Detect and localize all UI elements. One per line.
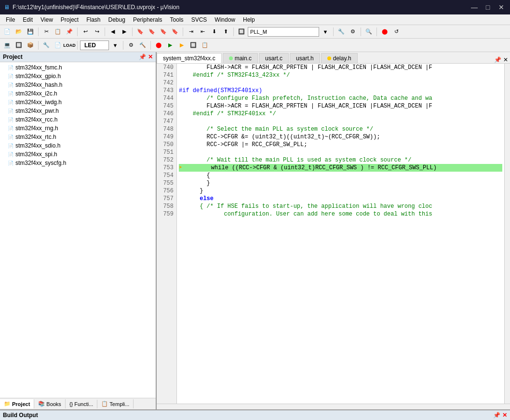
project-file-item[interactable]: 📄stm32f4xx_rtc.h xyxy=(0,133,156,141)
line-number: 754 xyxy=(160,172,174,179)
project-tab-books[interactable]: 📚Books xyxy=(34,399,66,408)
code-line: /* Select the main PLL as system clock s… xyxy=(179,125,502,133)
tool1-button[interactable]: 🔧 xyxy=(336,27,347,37)
tb2-dropdown[interactable]: ▼ xyxy=(110,40,121,51)
code-line: ➤ while ((RCC->CFGR & (uint32_t)RCC_CFGR… xyxy=(179,164,502,172)
build-close-button[interactable]: ✕ xyxy=(502,412,507,419)
nav-back-button[interactable]: ◀ xyxy=(107,27,118,37)
line-numbers: 7407417427437447457467477487497507517527… xyxy=(157,64,177,404)
build-pin-icon[interactable]: 📌 xyxy=(493,412,500,419)
bookmark-button[interactable]: 🔖 xyxy=(135,27,146,37)
save-button[interactable]: 💾 xyxy=(25,27,36,37)
pll-combo[interactable] xyxy=(248,27,319,37)
indent2-button[interactable]: ⇤ xyxy=(197,27,208,37)
tb2-4[interactable]: 🔧 xyxy=(41,40,52,51)
tb2-7[interactable]: 🔨 xyxy=(137,40,148,51)
menu-item-tools[interactable]: Tools xyxy=(166,15,188,24)
line-number: 753 xyxy=(160,164,174,172)
new-file-button[interactable]: 📄 xyxy=(2,27,13,37)
menu-item-window[interactable]: Window xyxy=(211,15,239,24)
editor-scrollbar[interactable] xyxy=(504,64,510,404)
tb2-11[interactable]: 📋 xyxy=(200,40,210,51)
project-file-item[interactable]: 📄stm32f4xx_gpio.h xyxy=(0,72,156,81)
editor-tab-delay-h[interactable]: delay.h xyxy=(321,53,358,63)
tb2-5[interactable]: 📄 xyxy=(53,40,63,51)
bookmark2-button[interactable]: 🔖 xyxy=(147,27,157,37)
tb2-8[interactable]: ⬤ xyxy=(153,40,164,51)
bookmark3-button[interactable]: 🔖 xyxy=(158,27,169,37)
code-line xyxy=(179,149,502,156)
bookmark4-button[interactable]: 🔖 xyxy=(170,27,180,37)
menu-item-debug[interactable]: Debug xyxy=(105,15,129,24)
paste-button[interactable]: 📌 xyxy=(64,27,75,37)
project-name-label: LED xyxy=(80,41,109,50)
code-line xyxy=(179,79,502,87)
menu-item-view[interactable]: View xyxy=(37,15,57,24)
maximize-button[interactable]: □ xyxy=(483,2,493,12)
cut-button[interactable]: ✂ xyxy=(41,27,52,37)
tb2-6[interactable]: ⚙ xyxy=(126,40,136,51)
menu-item-flash[interactable]: Flash xyxy=(82,15,104,24)
project-file-item[interactable]: 📄stm32f4xx_i2c.h xyxy=(0,89,156,98)
menu-item-svcs[interactable]: SVCS xyxy=(188,15,211,24)
redo-button[interactable]: ↪ xyxy=(92,27,102,37)
open-button[interactable]: 📂 xyxy=(13,27,24,37)
reload-button[interactable]: ↺ xyxy=(391,27,402,37)
separator-6 xyxy=(233,27,234,36)
indent3-button[interactable]: ⬇ xyxy=(209,27,219,37)
file-icon: 📄 xyxy=(8,135,13,140)
dropdown-arrow[interactable]: ▼ xyxy=(320,27,331,37)
project-tab-functi[interactable]: {}Functi... xyxy=(66,400,97,408)
project-file-item[interactable]: 📄stm32f4xx_iwdg.h xyxy=(0,98,156,107)
indent4-button[interactable]: ⬆ xyxy=(220,27,231,37)
editor-tab-system_stm32f4xx-c[interactable]: system_stm32f4xx.c xyxy=(157,53,222,63)
sep-t2-4 xyxy=(150,41,151,50)
project-file-item[interactable]: 📄stm32f4xx_spi.h xyxy=(0,150,156,159)
project-file-item[interactable]: 📄stm32f4xx_syscfg.h xyxy=(0,159,156,167)
project-file-item[interactable]: 📄stm32f4xx_rcc.h xyxy=(0,115,156,124)
menu-item-help[interactable]: Help xyxy=(239,15,259,24)
code-line: { /* If HSE fails to start-up, the appli… xyxy=(179,203,502,210)
bottom-panel: Build Output 📌 ✕ ^../USER/stm32f4xx.h(11… xyxy=(0,409,510,420)
load-btn[interactable]: LOAD xyxy=(64,40,75,51)
minimize-button[interactable]: — xyxy=(470,2,479,12)
editor-tab-usart-c[interactable]: usart.c xyxy=(259,53,289,63)
tool2-button[interactable]: ⚙ xyxy=(348,27,358,37)
copy-button[interactable]: 📋 xyxy=(53,27,63,37)
search-button[interactable]: 🔍 xyxy=(363,27,374,37)
tb2-play[interactable]: ▶ xyxy=(165,40,175,51)
project-file-item[interactable]: 📄stm32f4xx_pwr.h xyxy=(0,107,156,115)
tb2-3[interactable]: 📦 xyxy=(25,40,36,51)
project-file-item[interactable]: 📄stm32f4xx_fsmc.h xyxy=(0,63,156,72)
nav-fwd-button[interactable]: ▶ xyxy=(119,27,130,37)
editor-hscrollbar[interactable] xyxy=(157,404,510,409)
close-tab-icon[interactable]: ✕ xyxy=(503,56,508,63)
tb2-1[interactable]: 💻 xyxy=(2,40,13,51)
menu-item-project[interactable]: Project xyxy=(57,15,82,24)
code-editor[interactable]: 7407417427437447457467477487497507517527… xyxy=(157,64,510,404)
stop-button[interactable]: ⬤ xyxy=(379,27,390,37)
separator-1 xyxy=(38,27,39,36)
menu-item-edit[interactable]: Edit xyxy=(19,15,37,24)
project-tab-project[interactable]: 📁Project xyxy=(0,399,34,408)
project-file-item[interactable]: 📄stm32f4xx_sdio.h xyxy=(0,141,156,150)
menu-item-file[interactable]: File xyxy=(2,15,19,24)
project-close-button[interactable]: ✕ xyxy=(148,54,153,60)
tb2-2[interactable]: 🔲 xyxy=(13,40,24,51)
tb2-10[interactable]: 🔲 xyxy=(188,40,199,51)
pin-tab-icon[interactable]: 📌 xyxy=(494,56,501,63)
code-content[interactable]: FLASH->ACR = FLASH_ACR_PRFTEN | FLASH_AC… xyxy=(177,64,504,404)
project-tab-templi[interactable]: 📋Templi... xyxy=(97,399,134,408)
editor-tab-usart-h[interactable]: usart.h xyxy=(290,53,320,63)
project-file-item[interactable]: 📄stm32f4xx_rng.h xyxy=(0,124,156,133)
tb2-9[interactable]: ▶ xyxy=(176,40,187,51)
editor-tab-main-c[interactable]: main.c xyxy=(223,53,258,63)
title-text: F:\stc12\try1(unfinished)\F4instance\USE… xyxy=(13,4,470,11)
close-button[interactable]: ✕ xyxy=(497,2,506,12)
project-file-item[interactable]: 📄stm32f4xx_hash.h xyxy=(0,81,156,89)
project-pin-icon[interactable]: 📌 xyxy=(139,54,146,60)
undo-button[interactable]: ↩ xyxy=(80,27,91,37)
line-number: 759 xyxy=(160,210,174,218)
menu-item-peripherals[interactable]: Peripherals xyxy=(129,15,166,24)
indent-button[interactable]: ⇥ xyxy=(186,27,196,37)
